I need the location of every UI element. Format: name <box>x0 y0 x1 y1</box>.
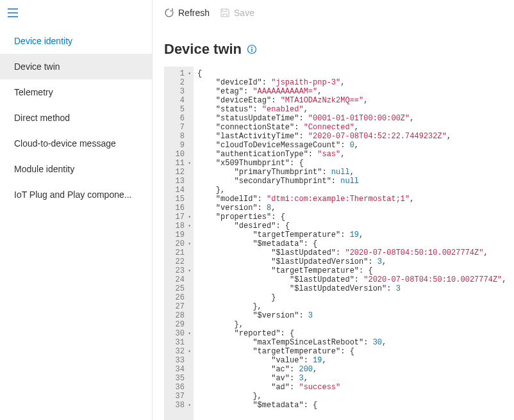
main-pane: Refresh Save Device twin 1▾234567891011▾… <box>153 0 514 420</box>
code-line[interactable]: "statusUpdateTime": "0001-01-01T00:00:00… <box>197 114 507 123</box>
line-number: 36 <box>170 383 191 392</box>
sidebar-item-device-identity[interactable]: Device identity <box>0 28 152 54</box>
code-line[interactable]: "deviceEtag": "MTA1ODAzNzk2MQ==", <box>197 96 507 105</box>
hamburger-icon[interactable] <box>0 0 26 26</box>
line-number: 31 <box>170 338 191 347</box>
code-line[interactable]: "targetTemperature": { <box>197 347 507 356</box>
code-line[interactable]: "status": "enabled", <box>197 105 507 114</box>
code-line[interactable]: }, <box>197 186 507 195</box>
line-number: 14 <box>170 186 191 195</box>
code-line[interactable]: "version": 8, <box>197 204 507 213</box>
code-line[interactable]: "$lastUpdated": "2020-07-08T04:50:10.002… <box>197 275 507 284</box>
code-line[interactable]: "av": 3, <box>197 374 507 383</box>
fold-icon[interactable]: ▾ <box>186 239 191 248</box>
code-line[interactable]: "$lastUpdatedVersion": 3, <box>197 257 507 266</box>
line-number: 28 <box>170 311 191 320</box>
page-title: Device twin <box>164 41 242 58</box>
fold-icon[interactable]: ▾ <box>186 213 191 222</box>
fold-icon[interactable]: ▾ <box>186 69 191 78</box>
code-line[interactable]: }, <box>197 320 507 329</box>
line-number: 30▾ <box>170 329 191 338</box>
code-line[interactable]: { <box>197 69 507 78</box>
line-number: 25 <box>170 284 191 293</box>
editor-gutter: 1▾234567891011▾121314151617▾18▾1920▾2122… <box>164 67 194 420</box>
sidebar-nav: Device identityDevice twinTelemetryDirec… <box>0 28 152 207</box>
editor-code[interactable]: { "deviceId": "jspaith-pnp-3", "etag": "… <box>194 67 507 420</box>
code-line[interactable]: "primaryThumbprint": null, <box>197 168 507 177</box>
line-number: 24 <box>170 275 191 284</box>
save-button: Save <box>220 8 254 18</box>
code-line[interactable]: "x509Thumbprint": { <box>197 159 507 168</box>
sidebar-item-iot-plug-and-play-compone[interactable]: IoT Plug and Play compone... <box>0 182 152 207</box>
code-line[interactable]: "authenticationType": "sas", <box>197 150 507 159</box>
code-line[interactable]: }, <box>197 302 507 311</box>
fold-icon[interactable]: ▾ <box>186 159 191 168</box>
code-line[interactable]: "desired": { <box>197 222 507 230</box>
svg-point-1 <box>251 47 253 48</box>
code-line[interactable]: "deviceId": "jspaith-pnp-3", <box>197 78 507 87</box>
line-number: 12 <box>170 168 191 177</box>
info-icon[interactable] <box>247 44 257 54</box>
json-editor[interactable]: 1▾234567891011▾121314151617▾18▾1920▾2122… <box>153 67 514 420</box>
code-line[interactable]: "etag": "AAAAAAAAAAM=", <box>197 87 507 96</box>
code-line[interactable]: "targetTemperature": { <box>197 266 507 275</box>
code-line[interactable]: "$lastUpdated": "2020-07-08T04:50:10.002… <box>197 248 507 257</box>
refresh-label: Refresh <box>178 8 210 18</box>
code-line[interactable]: "$version": 3 <box>197 311 507 320</box>
line-number: 15 <box>170 195 191 204</box>
code-line[interactable]: "$metadata": { <box>197 401 507 410</box>
svg-rect-2 <box>251 49 252 52</box>
code-line[interactable]: "targetTemperature": 19, <box>197 230 507 239</box>
line-number: 37 <box>170 392 191 401</box>
line-number: 19 <box>170 230 191 239</box>
app-root: Device identityDevice twinTelemetryDirec… <box>0 0 514 420</box>
sidebar-item-device-twin[interactable]: Device twin <box>0 54 152 79</box>
fold-icon[interactable]: ▾ <box>186 266 191 275</box>
code-line[interactable]: "lastActivityTime": "2020-07-08T04:52:22… <box>197 132 507 141</box>
line-number: 27 <box>170 302 191 311</box>
line-number: 23▾ <box>170 266 191 275</box>
refresh-button[interactable]: Refresh <box>164 8 210 18</box>
line-number: 5 <box>170 105 191 114</box>
sidebar-item-cloud-to-device-message[interactable]: Cloud-to-device message <box>0 131 152 156</box>
fold-icon[interactable]: ▾ <box>186 222 191 230</box>
sidebar-item-module-identity[interactable]: Module identity <box>0 156 152 182</box>
code-line[interactable]: "$metadata": { <box>197 239 507 248</box>
line-number: 26 <box>170 293 191 302</box>
code-line[interactable]: } <box>197 293 507 302</box>
code-line[interactable]: "cloudToDeviceMessageCount": 0, <box>197 141 507 150</box>
line-number: 16 <box>170 204 191 213</box>
save-label: Save <box>234 8 254 18</box>
code-line[interactable]: "secondaryThumbprint": null <box>197 177 507 186</box>
line-number: 21 <box>170 248 191 257</box>
fold-icon[interactable]: ▾ <box>186 329 191 338</box>
line-number: 11▾ <box>170 159 191 168</box>
code-line[interactable]: "connectionState": "Connected", <box>197 123 507 132</box>
code-line[interactable]: "maxTempSinceLastReboot": 30, <box>197 338 507 347</box>
code-line[interactable]: "properties": { <box>197 213 507 222</box>
fold-icon[interactable]: ▾ <box>186 347 191 356</box>
code-line[interactable]: "$lastUpdatedVersion": 3 <box>197 284 507 293</box>
fold-icon[interactable]: ▾ <box>186 401 191 410</box>
code-line[interactable]: "modelId": "dtmi:com:example:Thermostat;… <box>197 195 507 204</box>
title-row: Device twin <box>153 26 514 67</box>
sidebar-item-telemetry[interactable]: Telemetry <box>0 79 152 105</box>
code-line[interactable]: }, <box>197 392 507 401</box>
line-number: 7 <box>170 123 191 132</box>
line-number: 8 <box>170 132 191 141</box>
save-icon <box>220 8 230 18</box>
sidebar-item-direct-method[interactable]: Direct method <box>0 105 152 131</box>
line-number: 32▾ <box>170 347 191 356</box>
line-number: 6 <box>170 114 191 123</box>
line-number: 4 <box>170 96 191 105</box>
line-number: 13 <box>170 177 191 186</box>
code-line[interactable]: "reported": { <box>197 329 507 338</box>
code-line[interactable]: "ac": 200, <box>197 365 507 374</box>
code-line[interactable]: "value": 19, <box>197 356 507 365</box>
toolbar: Refresh Save <box>153 0 514 26</box>
line-number: 1▾ <box>170 69 191 78</box>
refresh-icon <box>164 8 174 18</box>
code-line[interactable]: "ad": "success" <box>197 383 507 392</box>
line-number: 29 <box>170 320 191 329</box>
line-number: 18▾ <box>170 222 191 230</box>
